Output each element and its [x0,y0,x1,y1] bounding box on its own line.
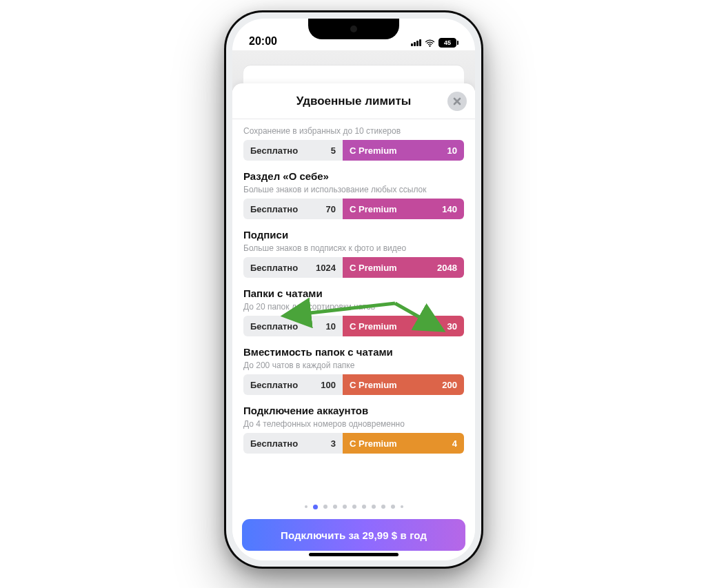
limit-free-label: Бесплатно [250,263,298,273]
limit-free: Бесплатно10 [243,316,343,336]
limit-title: Вместимость папок с чатами [243,346,464,358]
limit-free-value: 10 [326,321,336,332]
limit-premium-value: 140 [442,204,457,214]
limit-subtitle: Больше знаков в подписях к фото и видео [243,243,464,253]
limit-subtitle: До 4 телефонных номеров одновременно [243,419,464,429]
limit-subtitle: До 20 папок для сортировки чатов [243,302,464,312]
limit-free-value: 3 [331,438,336,449]
limit-bar: Бесплатно5C Premium10 [243,140,464,161]
phone-screen: 20:00 45 Удвоенные лимиты [232,19,475,560]
limit-premium-value: 200 [442,380,457,390]
battery-level: 45 [438,38,456,48]
limit-subtitle: Больше знаков и использование любых ссыл… [243,185,464,194]
limit-free-label: Бесплатно [250,321,298,332]
limit-free-label: Бесплатно [250,145,298,156]
sheet-backdrop-card [243,65,464,83]
page-dot [401,505,403,508]
limit-premium: C Premium2048 [343,257,464,278]
limit-free-value: 100 [321,380,336,390]
limit-free-label: Бесплатно [250,380,298,390]
page-dot [352,505,356,509]
limit-premium-value: 2048 [437,263,457,273]
limit-title: Подписи [243,229,464,241]
sheet-title: Удвоенные лимиты [296,94,412,108]
limit-premium-label: C Premium [350,380,397,390]
limit-free-value: 70 [326,204,336,214]
cellular-icon [411,39,421,46]
limit-free: Бесплатно3 [243,433,343,454]
limit-premium-value: 30 [447,321,457,332]
limit-subtitle: Сохранение в избранных до 10 стикеров [243,126,464,136]
page-dot [381,505,385,509]
limit-free-label: Бесплатно [250,438,298,449]
limit-premium-value: 4 [452,438,457,449]
page-dot [313,505,318,509]
page-indicator [232,497,475,516]
limit-title: Папки с чатами [243,287,464,299]
limit-premium-label: C Premium [350,438,397,449]
limit-free: Бесплатно70 [243,199,343,219]
limit-bar: Бесплатно10C Premium30 [243,316,464,336]
limit-bar: Бесплатно100C Premium200 [243,374,464,395]
limit-premium-label: C Premium [350,263,397,273]
limit-premium-label: C Premium [350,321,397,332]
limit-bar: Бесплатно70C Premium140 [243,199,464,219]
limit-bar: Бесплатно1024C Premium2048 [243,257,464,278]
limit-premium: C Premium140 [343,199,464,219]
page-dot [323,505,327,509]
limit-premium: C Premium200 [343,374,464,395]
limit-premium-label: C Premium [350,145,397,156]
limit-free: Бесплатно1024 [243,257,343,278]
home-indicator[interactable] [309,553,399,556]
limit-free: Бесплатно5 [243,140,343,161]
limit-free-value: 5 [331,145,336,156]
limit-free-value: 1024 [316,263,336,273]
sheet-header: Удвоенные лимиты [232,83,475,119]
limit-premium: C Premium30 [343,316,464,336]
limits-sheet: Удвоенные лимиты Сохранение в избранных … [232,83,475,560]
battery-icon: 45 [438,38,458,48]
page-dot [391,505,395,509]
limit-subtitle: До 200 чатов в каждой папке [243,361,464,370]
close-icon [453,97,461,105]
limit-premium-label: C Premium [350,204,397,214]
wifi-icon [424,39,436,47]
limit-premium: C Premium10 [343,140,464,161]
limit-title: Подключение аккаунтов [243,405,464,416]
limit-premium: C Premium4 [343,433,464,454]
page-dot [362,505,366,509]
limit-premium-value: 10 [447,145,457,156]
close-button[interactable] [447,92,467,111]
limit-bar: Бесплатно3C Premium4 [243,433,464,454]
status-time: 20:00 [249,35,277,48]
svg-point-0 [429,45,430,47]
page-dot [372,505,376,509]
page-dot [343,505,347,509]
limits-list[interactable]: Сохранение в избранных до 10 стикеровБес… [232,119,475,497]
limit-free: Бесплатно100 [243,374,343,395]
limit-free-label: Бесплатно [250,204,298,214]
phone-frame: 20:00 45 Удвоенные лимиты [224,10,483,569]
page-dot [333,505,337,509]
subscribe-button[interactable]: Подключить за 29,99 $ в год [242,519,465,551]
limit-title: Раздел «О себе» [243,170,464,182]
page-dot [305,505,307,508]
notch [308,19,399,39]
